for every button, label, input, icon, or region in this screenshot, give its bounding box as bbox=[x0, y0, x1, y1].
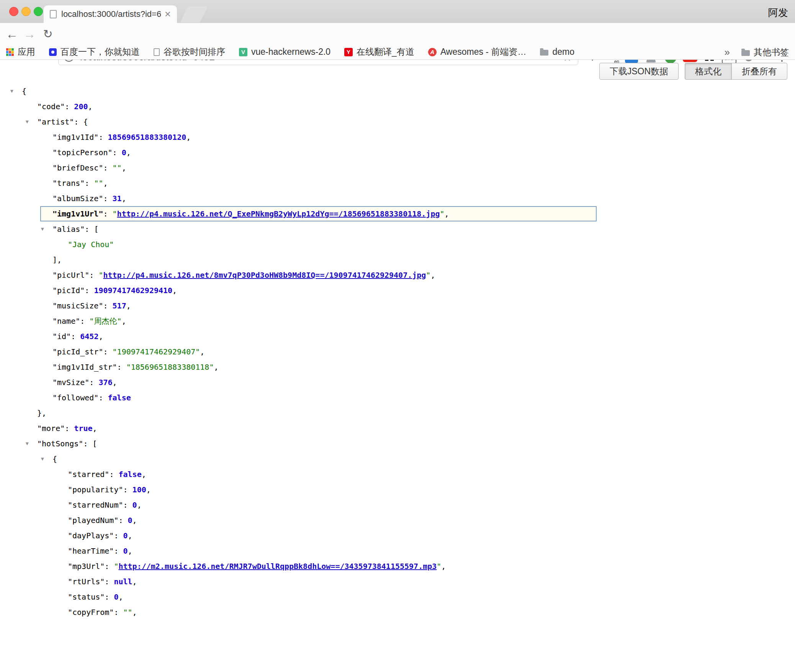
json-number: 0 bbox=[122, 148, 126, 157]
json-key: "img1v1Id" bbox=[52, 133, 98, 142]
bookmark-google-sort[interactable]: 谷歌按时间排序 bbox=[154, 46, 225, 58]
bookmarks-overflow-icon[interactable]: » bbox=[725, 46, 730, 58]
format-button[interactable]: 格式化 bbox=[685, 63, 732, 80]
json-punct: , bbox=[137, 500, 142, 510]
json-row: "name": "周杰伦", bbox=[0, 313, 795, 329]
json-row-highlighted: "img1v1Url": "http://p4.music.126.net/Q_… bbox=[40, 206, 597, 221]
json-punct: : bbox=[117, 362, 126, 372]
json-key: "rtUrls" bbox=[68, 577, 105, 586]
json-key: "topicPerson" bbox=[52, 148, 113, 157]
json-punct: , bbox=[103, 179, 108, 188]
json-number: 18569651883380120 bbox=[108, 133, 186, 142]
json-row: ▼{ bbox=[0, 84, 795, 99]
json-row: "picUrl": "http://p4.music.126.net/8mv7q… bbox=[0, 267, 795, 283]
json-row: "code": 200, bbox=[0, 99, 795, 114]
json-punct: : bbox=[123, 500, 132, 510]
bookmark-label: 应用 bbox=[18, 46, 35, 58]
window-minimize-button[interactable] bbox=[21, 7, 31, 16]
json-punct: : bbox=[103, 209, 112, 218]
window-close-button[interactable] bbox=[9, 7, 18, 16]
json-punct: : [ bbox=[85, 225, 98, 234]
json-row: ▼"alias": [ bbox=[0, 221, 795, 237]
bookmark-apps[interactable]: 应用 bbox=[6, 46, 35, 58]
json-punct: , bbox=[142, 470, 146, 479]
json-punct: , bbox=[186, 133, 191, 142]
json-punct: : bbox=[114, 546, 123, 556]
json-key: "picUrl" bbox=[52, 270, 89, 280]
json-row: ], bbox=[0, 252, 795, 267]
json-boolean: true bbox=[74, 424, 92, 433]
apps-grid-icon bbox=[6, 48, 14, 56]
json-punct: : bbox=[109, 470, 118, 479]
json-punct: : bbox=[89, 378, 98, 387]
json-key: "copyFrom" bbox=[68, 608, 114, 617]
json-number: 0 bbox=[128, 516, 132, 525]
collapse-arrow-icon[interactable]: ▼ bbox=[26, 436, 29, 451]
reload-button-icon[interactable]: ↻ bbox=[40, 26, 56, 42]
json-punct: : bbox=[114, 608, 123, 617]
new-tab-button[interactable] bbox=[180, 7, 208, 23]
json-key: "starred" bbox=[68, 470, 109, 479]
collapse-arrow-icon[interactable]: ▼ bbox=[41, 451, 44, 467]
json-punct: , bbox=[98, 332, 103, 341]
json-key: "dayPlays" bbox=[68, 531, 114, 540]
json-key: "img1v1Url" bbox=[52, 209, 103, 218]
json-row: "briefDesc": "", bbox=[0, 160, 795, 175]
back-button-icon[interactable]: ← bbox=[4, 26, 20, 42]
download-json-button[interactable]: 下载JSON数据 bbox=[599, 63, 679, 80]
bookmark-label: 谷歌按时间排序 bbox=[164, 46, 225, 58]
bookmark-vue-hackernews[interactable]: V vue-hackernews-2.0 bbox=[239, 47, 330, 57]
json-row: "mp3Url": "http://m2.music.126.net/RMJR7… bbox=[0, 559, 795, 574]
json-punct: , bbox=[88, 102, 92, 111]
other-bookmarks-folder[interactable]: 其他书签 bbox=[741, 46, 789, 58]
json-link[interactable]: http://m2.music.126.net/RMJR7wDullRqppBk… bbox=[118, 562, 437, 571]
json-punct: : [ bbox=[83, 439, 97, 448]
collapse-arrow-icon[interactable]: ▼ bbox=[10, 84, 13, 99]
bookmark-baidu[interactable]: 百度一下，你就知道 bbox=[49, 46, 140, 58]
collapse-all-button[interactable]: 折叠所有 bbox=[731, 63, 787, 80]
json-row: "status": 0, bbox=[0, 589, 795, 605]
folder-icon bbox=[741, 50, 750, 56]
json-number: 376 bbox=[98, 378, 112, 387]
json-number: 0 bbox=[114, 592, 118, 602]
json-key: "picId_str" bbox=[52, 347, 103, 356]
json-punct: , bbox=[441, 562, 446, 571]
json-row: "picId": 19097417462929410, bbox=[0, 283, 795, 298]
json-row: "followed": false bbox=[0, 390, 795, 405]
json-punct: , bbox=[128, 531, 132, 540]
json-key: "albumSize" bbox=[52, 194, 103, 203]
bookmark-label: demo bbox=[552, 47, 574, 57]
tab-close-icon[interactable]: × bbox=[165, 9, 171, 20]
bookmark-awesomes[interactable]: A Awesomes - 前端资… bbox=[428, 46, 527, 58]
json-page-actions: 下载JSON数据 格式化 折叠所有 bbox=[599, 63, 787, 80]
profile-name: 阿发 bbox=[768, 6, 788, 20]
json-boolean: false bbox=[118, 470, 141, 479]
json-punct: : { bbox=[74, 117, 88, 126]
collapse-arrow-icon[interactable]: ▼ bbox=[41, 221, 44, 237]
json-punct: : bbox=[114, 531, 123, 540]
bookmark-demo-folder[interactable]: demo bbox=[540, 47, 574, 57]
json-key: "trans" bbox=[52, 179, 85, 188]
collapse-arrow-icon[interactable]: ▼ bbox=[26, 114, 29, 129]
bookmark-youdao-translate[interactable]: Y 在线翻译_有道 bbox=[344, 46, 414, 58]
json-row: ▼{ bbox=[0, 451, 795, 467]
window-zoom-button[interactable] bbox=[34, 7, 43, 16]
json-row: "img1v1Id": 18569651883380120, bbox=[0, 129, 795, 145]
json-punct: ], bbox=[52, 255, 62, 264]
json-number: 100 bbox=[132, 485, 146, 494]
json-punct: : bbox=[98, 393, 108, 402]
json-row: "more": true, bbox=[0, 421, 795, 436]
json-row: "hearTime": 0, bbox=[0, 543, 795, 559]
json-link[interactable]: http://p4.music.126.net/Q_ExePNkmgB2yWyL… bbox=[117, 209, 440, 218]
json-punct: , bbox=[122, 163, 126, 172]
youdao-icon: Y bbox=[344, 48, 353, 56]
browser-tab[interactable]: localhost:3000/artists?id=645 × bbox=[44, 5, 177, 23]
json-key: "mp3Url" bbox=[68, 562, 105, 571]
json-punct: : bbox=[103, 163, 112, 172]
json-punct: , bbox=[126, 301, 131, 310]
json-row: "topicPerson": 0, bbox=[0, 145, 795, 160]
tab-title: localhost:3000/artists?id=645 bbox=[61, 9, 161, 19]
json-punct: : bbox=[85, 286, 94, 295]
json-punct: : bbox=[103, 301, 112, 310]
json-link[interactable]: http://p4.music.126.net/8mv7qP30Pd3oHW8b… bbox=[103, 270, 426, 280]
